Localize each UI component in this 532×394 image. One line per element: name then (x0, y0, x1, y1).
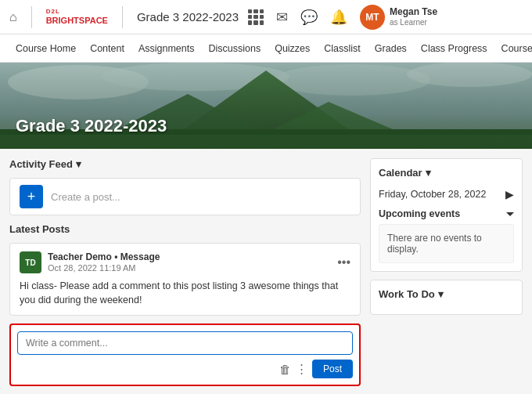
post-more-icon[interactable]: ••• (337, 255, 350, 269)
calendar-next-icon[interactable]: ▶ (505, 188, 514, 201)
user-name: Megan Tse (390, 6, 437, 17)
logo-brightspace: BRIGHTSPACE (46, 16, 108, 25)
chat-icon[interactable]: 💬 (300, 9, 318, 26)
comment-area-wrapper: 🗑 ⋮ Post (9, 324, 361, 386)
work-to-do-section: Work To Do ▾ (370, 280, 523, 315)
work-to-do-label: Work To Do (379, 288, 435, 300)
comment-actions: 🗑 ⋮ Post (17, 360, 353, 378)
nav-item-course-home[interactable]: Course Home (9, 37, 82, 60)
upcoming-events-header[interactable]: Upcoming events (379, 208, 514, 219)
no-events-text: There are no events to display. (379, 224, 514, 263)
header-logo: ⌂ D2L BRIGHTSPACE Grade 3 2022-2023 (9, 6, 239, 28)
title-divider (122, 6, 123, 28)
nav-item-course-tools[interactable]: Course Tools ▾ (495, 36, 532, 60)
activity-feed-chevron-icon: ▾ (76, 158, 81, 170)
comment-input[interactable] (17, 331, 353, 355)
nav-item-discussions[interactable]: Discussions (202, 37, 267, 60)
post-button[interactable]: Post (312, 360, 353, 378)
work-to-do-chevron-icon: ▾ (438, 288, 444, 300)
apps-icon[interactable] (248, 9, 264, 25)
header: ⌂ D2L BRIGHTSPACE Grade 3 2022-2023 ✉ 💬 … (0, 0, 532, 34)
latest-posts-label: Latest Posts (9, 223, 361, 235)
nav-item-content[interactable]: Content (84, 37, 131, 60)
post-card: TD Teacher Demo • Message Oct 28, 2022 1… (9, 243, 361, 316)
user-info: Megan Tse as Learner (390, 6, 437, 27)
post-author-name: Teacher Demo • Message (48, 251, 160, 262)
add-post-button[interactable]: + (20, 185, 43, 208)
calendar-label: Calendar (379, 167, 422, 179)
left-panel: Activity Feed ▾ + Create a post... Lates… (9, 158, 361, 385)
post-date: Oct 28, 2022 11:19 AM (48, 263, 160, 273)
nav-item-class-progress[interactable]: Class Progress (415, 37, 494, 60)
header-icons: ✉ 💬 🔔 MT Megan Tse as Learner (248, 5, 437, 30)
create-post-placeholder: Create a post... (51, 191, 120, 203)
user-profile[interactable]: MT Megan Tse as Learner (360, 5, 437, 30)
post-header: TD Teacher Demo • Message Oct 28, 2022 1… (20, 251, 350, 273)
post-body: Hi class- Please add a comment to this p… (20, 280, 350, 307)
post-author-info: TD Teacher Demo • Message Oct 28, 2022 1… (20, 251, 160, 273)
nav-item-quizzes[interactable]: Quizzes (268, 37, 316, 60)
nav-item-classlist[interactable]: Classlist (318, 37, 367, 60)
post-meta: Teacher Demo • Message Oct 28, 2022 11:1… (48, 251, 160, 273)
logo-divider (31, 6, 32, 28)
course-title: Grade 3 2022-2023 (137, 10, 239, 23)
more-options-icon[interactable]: ⋮ (296, 362, 307, 376)
activity-feed-header[interactable]: Activity Feed ▾ (9, 158, 361, 170)
hero-title: Grade 3 2022-2023 (16, 116, 167, 136)
upcoming-chevron-icon (506, 212, 514, 216)
user-role: as Learner (390, 18, 437, 27)
avatar: MT (360, 5, 385, 30)
work-to-do-header[interactable]: Work To Do ▾ (379, 288, 514, 300)
logo-text: D2L BRIGHTSPACE (46, 9, 108, 25)
calendar-date-row: Friday, October 28, 2022 ▶ (379, 185, 514, 204)
post-avatar: TD (20, 251, 41, 273)
hero-banner: Grade 3 2022-2023 (0, 63, 532, 149)
delete-icon[interactable]: 🗑 (279, 363, 291, 376)
upcoming-label: Upcoming events (379, 208, 460, 219)
home-icon[interactable]: ⌂ (9, 10, 17, 24)
logo-d2l: D2L (46, 9, 108, 16)
nav-item-grades[interactable]: Grades (368, 37, 413, 60)
navigation: Course Home Content Assignments Discussi… (0, 34, 532, 63)
bell-icon[interactable]: 🔔 (330, 9, 347, 26)
email-icon[interactable]: ✉ (276, 9, 288, 26)
calendar-chevron-icon: ▾ (426, 167, 431, 179)
create-post-bar[interactable]: + Create a post... (9, 178, 361, 215)
calendar-section: Calendar ▾ Friday, October 28, 2022 ▶ Up… (370, 158, 523, 272)
nav-item-assignments[interactable]: Assignments (132, 37, 201, 60)
right-panel: Calendar ▾ Friday, October 28, 2022 ▶ Up… (370, 158, 523, 385)
calendar-header[interactable]: Calendar ▾ (379, 167, 514, 179)
calendar-date: Friday, October 28, 2022 (379, 189, 486, 200)
activity-feed-label: Activity Feed (9, 158, 73, 170)
content-area: Activity Feed ▾ + Create a post... Lates… (0, 149, 532, 394)
